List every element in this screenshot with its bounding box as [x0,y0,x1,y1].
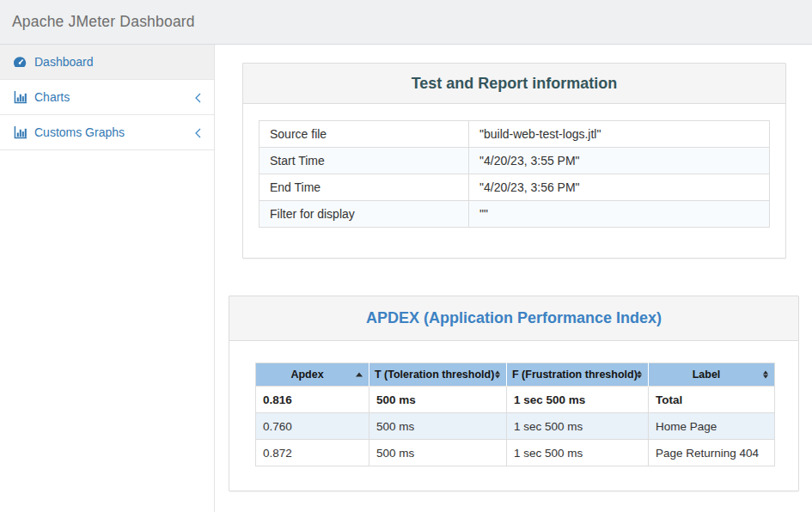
column-header-frustration[interactable]: F (Frustration threshold) [507,363,649,387]
column-header-label[interactable]: Label [649,363,775,387]
info-value: "" [469,201,770,228]
column-header-label: F (Frustration threshold) [512,369,638,381]
column-header-apdex[interactable]: Apdex [256,363,369,387]
app-header: Apache JMeter Dashboard [0,0,812,45]
table-row: Source file "build-web-test-logs.jtl" [259,121,770,148]
label-value: Page Returning 404 [649,440,775,466]
frustration-value: 1 sec 500 ms [507,387,649,413]
table-row: 0.760 500 ms 1 sec 500 ms Home Page [256,413,775,440]
info-value: "4/20/23, 3:55 PM" [469,148,770,174]
chevron-left-icon [194,127,202,137]
info-label: Start Time [259,148,469,174]
panel-heading: APDEX (Application Performance Index) [229,296,798,341]
column-header-label: Apdex [290,369,323,381]
panel-body: Apdex T (Toleration threshold) F (Frustr… [229,341,798,491]
test-report-info-panel: Test and Report information Source file … [242,63,786,259]
app-title: Apache JMeter Dashboard [12,13,195,31]
sort-both-icon [637,371,642,379]
column-header-toleration[interactable]: T (Toleration threshold) [369,363,507,387]
info-value: "4/20/23, 3:56 PM" [469,174,770,201]
apdex-table: Apdex T (Toleration threshold) F (Frustr… [255,363,775,466]
sidebar-item-charts[interactable]: Charts [0,80,214,115]
table-row: End Time "4/20/23, 3:56 PM" [259,174,770,201]
sidebar-item-customs-graphs[interactable]: Customs Graphs [0,115,214,150]
bar-chart-icon [13,126,27,139]
apdex-value: 0.872 [256,440,369,466]
frustration-value: 1 sec 500 ms [507,413,649,440]
table-row-total: 0.816 500 ms 1 sec 500 ms Total [256,387,775,413]
info-label: Filter for display [259,201,469,228]
bar-chart-icon [13,91,27,104]
frustration-value: 1 sec 500 ms [507,440,649,466]
label-value: Home Page [649,413,775,440]
sort-both-icon [495,371,500,379]
panel-title: APDEX (Application Performance Index) [366,309,662,327]
column-header-label: T (Toleration threshold) [375,369,494,381]
info-value: "build-web-test-logs.jtl" [469,121,770,148]
apdex-value: 0.760 [256,413,369,440]
info-label: End Time [259,174,469,201]
panel-heading: Test and Report information [243,64,785,104]
label-value: Total [649,387,775,413]
sidebar-item-label: Customs Graphs [34,125,186,139]
table-row: 0.872 500 ms 1 sec 500 ms Page Returning… [256,440,775,466]
chevron-left-icon [194,92,202,102]
sidebar-item-dashboard[interactable]: Dashboard [0,45,214,80]
sidebar-item-label: Dashboard [34,55,202,69]
apdex-panel: APDEX (Application Performance Index) Ap… [229,296,799,491]
column-header-label: Label [693,369,721,381]
sidebar: Dashboard Charts [0,45,215,512]
panel-body: Source file "build-web-test-logs.jtl" St… [243,104,785,258]
apdex-value: 0.816 [256,387,369,413]
toleration-value: 500 ms [369,440,507,466]
toleration-value: 500 ms [369,413,507,440]
info-label: Source file [259,121,469,148]
toleration-value: 500 ms [369,387,507,413]
panel-title: Test and Report information [412,75,618,93]
test-report-info-table: Source file "build-web-test-logs.jtl" St… [259,120,770,228]
table-row: Filter for display "" [259,201,770,228]
sort-both-icon [763,371,768,379]
tachometer-icon [13,56,27,69]
table-row: Start Time "4/20/23, 3:55 PM" [259,148,770,174]
table-header-row: Apdex T (Toleration threshold) F (Frustr… [256,363,775,387]
sort-ascending-icon [356,373,363,377]
sidebar-item-label: Charts [34,90,186,104]
main-content: Test and Report information Source file … [215,45,812,512]
